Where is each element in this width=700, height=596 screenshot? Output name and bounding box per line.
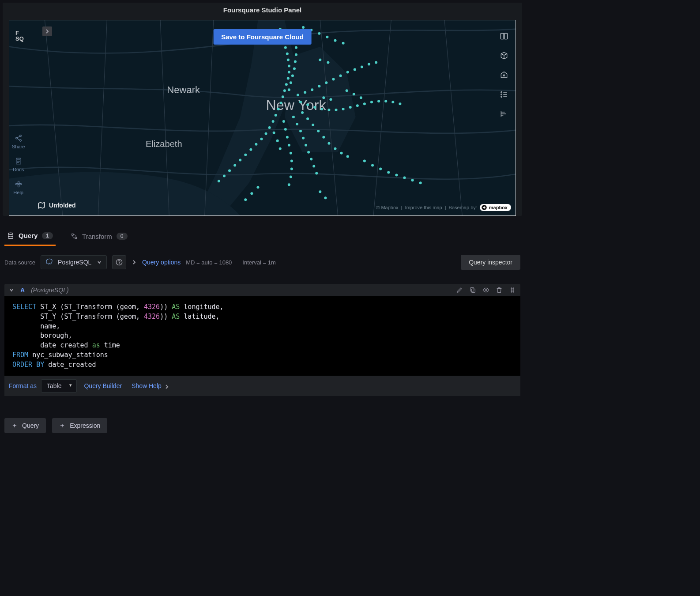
svg-point-64 [301,111,304,114]
svg-point-97 [411,179,414,181]
datasource-help-button[interactable] [112,255,126,269]
svg-point-112 [273,132,275,134]
svg-point-60 [377,100,380,102]
collapse-query-icon[interactable] [9,287,14,293]
copy-icon[interactable] [469,287,476,294]
svg-point-15 [275,114,277,117]
expand-sidebar-button[interactable] [42,26,52,36]
eye-icon[interactable] [482,287,489,294]
bar-chart-icon[interactable] [500,109,508,118]
svg-rect-131 [15,184,18,185]
svg-point-119 [324,196,327,199]
svg-point-83 [284,128,287,131]
svg-point-118 [319,190,321,193]
svg-point-70 [334,147,336,150]
svg-point-42 [332,78,335,80]
svg-point-55 [342,108,345,110]
svg-point-105 [319,59,321,61]
svg-point-20 [255,143,257,146]
svg-point-45 [354,68,356,71]
svg-point-154 [511,288,512,289]
slack-icon [15,180,23,188]
mapbox-logo: mapbox [480,204,511,211]
help-button[interactable]: Help [13,180,23,195]
svg-point-49 [299,101,302,103]
svg-point-110 [322,96,325,99]
svg-point-46 [361,66,363,68]
query-builder-link[interactable]: Query Builder [81,382,124,389]
transform-icon [71,233,78,240]
svg-point-87 [290,160,293,162]
svg-point-30 [295,46,297,49]
svg-point-76 [302,137,305,140]
datasource-label: Data source [4,259,35,266]
md-info: MD = auto = 1080 [186,259,232,266]
format-select[interactable]: Table [41,379,77,392]
save-to-cloud-button[interactable]: Save to Foursquare Cloud [213,29,312,45]
svg-point-32 [294,60,297,63]
svg-point-102 [326,36,328,38]
query-inspector-button[interactable]: Query inspector [461,255,520,270]
split-view-icon[interactable] [500,32,508,41]
svg-point-74 [296,123,298,125]
svg-point-107 [346,89,348,92]
svg-point-50 [306,103,309,106]
svg-point-91 [363,160,366,162]
svg-point-96 [403,176,406,179]
svg-point-22 [244,154,247,156]
datasource-select[interactable]: PostgreSQL [41,255,107,269]
docs-button[interactable]: Docs [13,157,24,172]
query-options-link[interactable]: Query options [142,259,181,266]
share-button[interactable]: Share [12,134,25,149]
svg-point-156 [511,290,512,290]
svg-point-66 [312,124,314,126]
map-canvas[interactable]: New York Newark Elizabeth [9,20,516,216]
query-ref-id: A [20,287,25,294]
svg-point-35 [290,81,292,84]
query-ds-name: (PostgreSQL) [31,287,69,294]
edit-icon[interactable] [456,287,463,294]
svg-point-53 [327,109,330,111]
interval-info: Interval = 1m [242,259,276,266]
svg-rect-132 [19,184,21,185]
svg-point-34 [291,74,294,77]
svg-point-79 [310,158,312,161]
improve-map-link[interactable]: Improve this map [405,205,442,210]
svg-point-85 [288,144,290,147]
drag-handle-icon[interactable] [509,287,516,294]
svg-point-94 [387,171,390,174]
svg-point-157 [513,290,514,290]
svg-point-158 [511,291,512,292]
svg-point-25 [228,169,231,172]
legend-list-icon[interactable] [500,90,508,99]
svg-point-67 [317,130,320,132]
svg-point-115 [256,186,259,189]
tab-transform[interactable]: Transform 0 [68,230,130,245]
svg-point-38 [304,91,306,94]
map-attribution: © Mapbox| Improve this map| Basemap by: … [376,204,511,211]
svg-point-12 [282,95,284,98]
3d-icon[interactable] [500,51,508,60]
svg-point-43 [339,74,342,77]
trash-icon[interactable] [496,287,503,294]
add-expression-button[interactable]: Expression [52,418,107,433]
show-help-link[interactable]: Show Help [129,382,172,389]
svg-point-54 [335,109,338,111]
svg-point-81 [315,172,318,174]
svg-point-8 [288,71,290,73]
map-label-elizabeth: Elizabeth [146,139,182,149]
svg-point-148 [8,233,13,234]
svg-line-123 [17,136,20,138]
svg-point-139 [501,94,502,95]
tab-query[interactable]: Query 1 [4,229,56,246]
svg-point-159 [513,291,514,292]
sql-editor[interactable]: SELECT ST_X (ST_Transform (geom, 4326)) … [4,296,520,376]
basemap-icon[interactable] [500,71,508,79]
svg-point-99 [302,26,305,29]
unfolded-badge: Unfolded [38,201,76,209]
svg-point-111 [329,98,332,101]
svg-point-61 [384,100,387,102]
svg-point-101 [318,32,320,35]
add-query-button[interactable]: Query [4,418,46,433]
svg-point-23 [239,159,241,162]
